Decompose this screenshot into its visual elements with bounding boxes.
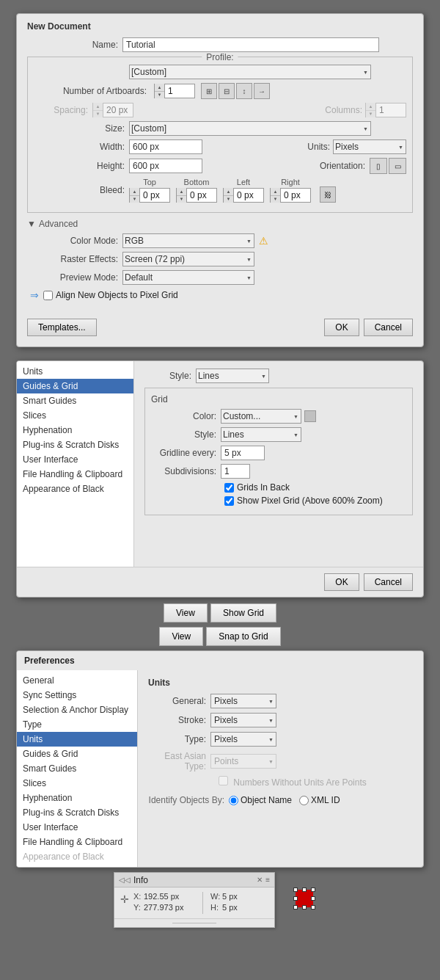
bleed-bottom-arrows[interactable]: ▲ ▼ [177, 188, 187, 203]
pref-item-units[interactable]: Units [17, 364, 133, 379]
grid-color-wrapper[interactable]: Custom... [221, 409, 301, 424]
radio-object-name[interactable]: Object Name [229, 795, 292, 805]
pref-item-ui[interactable]: User Interface [17, 452, 133, 467]
pref-item-plugins[interactable]: Plug-ins & Scratch Disks [17, 438, 133, 452]
bleed-bottom-down[interactable]: ▼ [177, 196, 186, 203]
pref-full-units[interactable]: Units [17, 732, 137, 747]
pref-item-slices[interactable]: Slices [17, 408, 133, 423]
pref-full-plugins[interactable]: Plug-ins & Scratch Disks [17, 805, 137, 820]
units-type-select[interactable]: Pixels [210, 732, 276, 747]
bleed-right-down[interactable]: ▼ [271, 196, 280, 203]
bleed-top-arrows[interactable]: ▲ ▼ [130, 188, 140, 203]
artboard-row-icon[interactable]: ⊟ [219, 83, 235, 99]
name-input[interactable] [122, 37, 379, 52]
pref-full-hyphenation[interactable]: Hyphenation [17, 791, 137, 805]
guide-style-select[interactable]: Lines [196, 369, 269, 383]
new-document-title: New Document [27, 21, 413, 32]
artboard-arrow-icon[interactable]: → [254, 83, 270, 99]
templates-button[interactable]: Templates... [27, 319, 97, 336]
radio-object-name-input[interactable] [229, 796, 238, 805]
bleed-top-down[interactable]: ▼ [130, 196, 139, 203]
info-expand-icon[interactable]: ◁◁ [119, 876, 131, 884]
artboard-up[interactable]: ▲ [155, 84, 164, 92]
pref-full-smart-guides[interactable]: Smart Guides [17, 761, 137, 776]
pref-item-guides-grid[interactable]: Guides & Grid [17, 379, 133, 393]
view-button-1[interactable]: View [164, 603, 208, 623]
pref-item-file-handling[interactable]: File Handling & Clipboard [17, 467, 133, 482]
radio-xml-id[interactable]: XML ID [299, 795, 340, 805]
bleed-right-arrows[interactable]: ▲ ▼ [271, 188, 281, 203]
portrait-btn[interactable]: ▯ [370, 158, 387, 174]
info-close-icon[interactable]: ✕ [257, 876, 263, 884]
units-select-wrapper[interactable]: Pixels [333, 139, 406, 154]
pref-full-type[interactable]: Type [17, 717, 137, 732]
pref-full-ui[interactable]: User Interface [17, 820, 137, 835]
pref-item-hyphenation[interactable]: Hyphenation [17, 423, 133, 438]
gridline-input[interactable] [221, 446, 265, 460]
align-checkbox[interactable] [43, 291, 53, 300]
raster-effects-wrapper[interactable]: Screen (72 ppi) [122, 252, 254, 266]
pref-full-appearance[interactable]: Appearance of Black [17, 849, 137, 864]
grid-style-wrapper[interactable]: Lines [221, 427, 301, 442]
chain-btn[interactable]: ⛓ [320, 186, 336, 203]
width-input[interactable] [129, 139, 202, 154]
bleed-bottom-spinner[interactable]: ▲ ▼ 0 px [176, 188, 217, 203]
units-stroke-select[interactable]: Pixels [210, 713, 276, 727]
preview-mode-select[interactable]: Default [122, 270, 254, 285]
units-type-wrapper[interactable]: Pixels [210, 732, 276, 747]
show-pixel-grid-checkbox[interactable] [224, 496, 234, 506]
pref-ok-button[interactable]: OK [324, 573, 359, 591]
artboard-col-icon[interactable]: ↕ [236, 83, 252, 99]
color-mode-select[interactable]: RGB [122, 233, 254, 248]
bleed-top-up[interactable]: ▲ [130, 188, 139, 196]
artboard-grid-icon[interactable]: ⊞ [201, 83, 217, 99]
bleed-top-spinner[interactable]: ▲ ▼ 0 px [129, 188, 170, 203]
ok-button[interactable]: OK [324, 319, 359, 336]
bleed-left-down[interactable]: ▼ [224, 196, 233, 203]
landscape-btn[interactable]: ▭ [389, 158, 406, 174]
units-general-select[interactable]: Pixels [210, 694, 276, 708]
units-stroke-wrapper[interactable]: Pixels [210, 713, 276, 727]
grids-in-back-checkbox[interactable] [224, 483, 234, 493]
guide-style-wrapper[interactable]: Lines [196, 369, 269, 383]
profile-select-wrapper[interactable]: [Custom] [129, 65, 371, 79]
bleed-left-up[interactable]: ▲ [224, 188, 233, 196]
color-mode-wrapper[interactable]: RGB [122, 233, 254, 248]
size-select-wrapper[interactable]: [Custom] [129, 121, 371, 136]
preview-mode-wrapper[interactable]: Default [122, 270, 254, 285]
artboard-down[interactable]: ▼ [155, 92, 164, 99]
pref-item-appearance-black[interactable]: Appearance of Black [17, 482, 133, 496]
pref-full-sync[interactable]: Sync Settings [17, 688, 137, 703]
show-grid-button[interactable]: Show Grid [210, 603, 276, 623]
advanced-toggle[interactable]: ▼ Advanced [27, 219, 413, 229]
bleed-left-spinner[interactable]: ▲ ▼ 0 px [223, 188, 264, 203]
units-select[interactable]: Pixels [333, 139, 406, 154]
cancel-button[interactable]: Cancel [364, 319, 413, 336]
view-button-2[interactable]: View [159, 627, 203, 646]
grid-color-select[interactable]: Custom... [221, 409, 301, 424]
grid-style-select[interactable]: Lines [221, 427, 301, 442]
artboard-spinner[interactable]: ▲ ▼ 1 [154, 84, 195, 98]
bleed-right-up[interactable]: ▲ [271, 188, 280, 196]
bleed-bottom-up[interactable]: ▲ [177, 188, 186, 196]
snap-to-grid-button[interactable]: Snap to Grid [206, 627, 280, 646]
size-select[interactable]: [Custom] [129, 121, 371, 136]
pref-full-file[interactable]: File Handling & Clipboard [17, 835, 137, 849]
pref-full-guides-grid[interactable]: Guides & Grid [17, 747, 137, 761]
bleed-left-arrows[interactable]: ▲ ▼ [224, 188, 234, 203]
subdivisions-input[interactable] [221, 464, 250, 479]
height-input[interactable] [129, 159, 202, 173]
pref-item-smart-guides[interactable]: Smart Guides [17, 393, 133, 408]
pref-full-selection[interactable]: Selection & Anchor Display [17, 703, 137, 717]
units-general-wrapper[interactable]: Pixels [210, 694, 276, 708]
artboard-spinner-arrows[interactable]: ▲ ▼ [155, 84, 165, 98]
grid-color-swatch[interactable] [304, 410, 316, 422]
info-menu-icon[interactable]: ≡ [265, 876, 270, 884]
pref-full-slices[interactable]: Slices [17, 776, 137, 791]
raster-effects-select[interactable]: Screen (72 ppi) [122, 252, 254, 266]
radio-xml-id-input[interactable] [299, 796, 309, 805]
pref-cancel-button[interactable]: Cancel [364, 573, 413, 591]
bleed-right-spinner[interactable]: ▲ ▼ 0 px [270, 188, 311, 203]
pref-full-general[interactable]: General [17, 673, 137, 688]
profile-select[interactable]: [Custom] [129, 65, 371, 79]
